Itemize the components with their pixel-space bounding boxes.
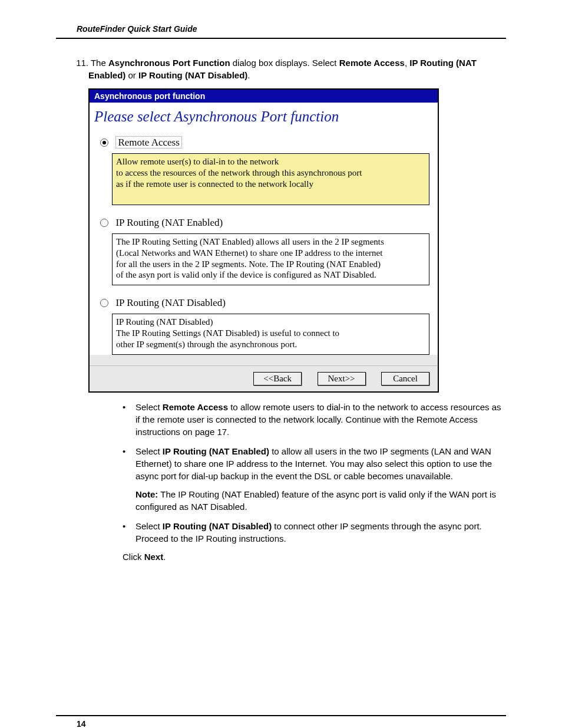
next-button[interactable]: Next>>: [318, 372, 366, 386]
option-nat-enabled-desc: The IP Routing Setting (NAT Enabled) all…: [112, 233, 429, 285]
option-remote-access-desc: Allow remote user(s) to dial-in to the n…: [112, 153, 429, 205]
option-ip-routing-nat-disabled[interactable]: IP Routing (NAT Disabled): [90, 296, 438, 311]
back-button[interactable]: <<Back: [253, 372, 302, 386]
radio-icon[interactable]: [100, 219, 108, 227]
option-label: IP Routing (NAT Enabled): [115, 217, 223, 228]
option-label: IP Routing (NAT Disabled): [115, 297, 226, 308]
header-title: RouteFinder Quick Start Guide: [77, 24, 197, 34]
step-number: 11.: [72, 57, 88, 69]
dialog-heading: Please select Asynchronous Port function: [90, 106, 438, 136]
step-text: The Asynchronous Port Function dialog bo…: [88, 58, 477, 80]
radio-icon[interactable]: [100, 139, 108, 147]
footer: 14: [56, 715, 506, 728]
option-nat-disabled-desc: IP Routing (NAT Disabled) The IP Routing…: [112, 314, 429, 355]
bullet-list: Select Remote Access to allow remote use…: [88, 401, 506, 545]
click-next: Click Next.: [123, 552, 506, 562]
dialog-buttons: <<Back Next>> Cancel: [90, 365, 438, 391]
option-label: Remote Access: [115, 136, 181, 149]
cancel-button[interactable]: Cancel: [381, 372, 429, 386]
step-11: 11. The Asynchronous Port Function dialo…: [88, 57, 506, 562]
async-port-dialog: Asynchronous port function Please select…: [88, 88, 439, 393]
option-remote-access[interactable]: Remote Access: [90, 136, 438, 151]
option-ip-routing-nat-enabled[interactable]: IP Routing (NAT Enabled): [90, 216, 438, 231]
bullet-nat-disabled: Select IP Routing (NAT Disabled) to conn…: [123, 520, 506, 545]
radio-icon[interactable]: [100, 299, 108, 307]
dialog-title: Asynchronous port function: [90, 90, 438, 103]
bullet-remote-access: Select Remote Access to allow remote use…: [123, 401, 506, 438]
page-number: 14: [77, 719, 86, 728]
bullet-nat-enabled: Select IP Routing (NAT Enabled) to allow…: [123, 445, 506, 513]
header-bar: RouteFinder Quick Start Guide: [56, 24, 506, 39]
